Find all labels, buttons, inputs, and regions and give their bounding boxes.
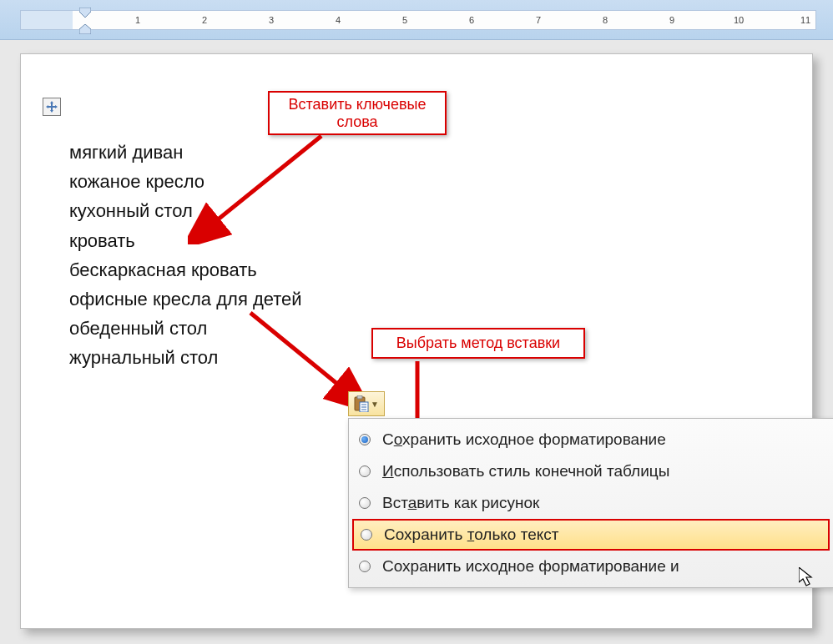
ruler-tick: 8 [603, 15, 608, 25]
first-line-indent-marker[interactable] [79, 8, 91, 19]
list-item: бескаркасная кровать [69, 255, 302, 284]
menu-item-label: Сохранить исходное форматирование и [382, 557, 679, 576]
object-move-handle[interactable] [43, 98, 61, 116]
svg-marker-1 [79, 24, 91, 34]
menu-item-label: Вставить как рисунок [382, 494, 539, 512]
ruler-tick: 3 [269, 15, 274, 25]
svg-marker-14 [799, 567, 811, 586]
list-item: кожаное кресло [69, 167, 302, 196]
ruler-tick: 10 [734, 15, 744, 25]
ruler-tick: 11 [800, 15, 810, 25]
radio-icon [359, 465, 371, 477]
menu-item-keep-text-only[interactable]: Сохранить только текст [352, 519, 830, 551]
mouse-cursor-icon [799, 567, 815, 589]
list-item: офисные кресла для детей [69, 284, 302, 314]
callout-text: Выбрать метод вставки [396, 335, 560, 351]
radio-icon [361, 529, 372, 541]
keyword-list: мягкий диван кожаное кресло кухонный сто… [69, 138, 302, 373]
ruler-tick: 1 [135, 15, 140, 25]
radio-icon [359, 497, 371, 509]
list-item: обеденный стол [69, 314, 302, 343]
radio-icon [359, 561, 371, 572]
svg-rect-9 [357, 395, 362, 399]
ruler-tick: 2 [202, 15, 207, 25]
callout-text-line: Вставить ключевые [283, 96, 432, 113]
ruler-tick: 7 [536, 15, 541, 25]
clipboard-paste-icon [354, 395, 369, 412]
callout-text-line: слова [283, 113, 432, 131]
svg-marker-0 [79, 8, 91, 18]
hanging-indent-marker[interactable] [79, 23, 91, 33]
ruler-bar: 1 2 3 4 5 6 7 8 9 10 11 [0, 0, 833, 40]
chevron-down-icon: ▼ [371, 400, 379, 409]
menu-item-paste-as-picture[interactable]: Вставить как рисунок [349, 487, 833, 519]
ruler-tick: 4 [336, 15, 341, 25]
menu-item-label: Сохранить только текст [384, 526, 559, 544]
menu-item-keep-source-formatting[interactable]: Сохранить исходное форматирование [349, 424, 833, 455]
menu-item-label: Сохранить исходное форматирование [382, 430, 666, 449]
annotation-callout: Выбрать метод вставки [371, 328, 585, 359]
list-item: кровать [69, 226, 302, 255]
menu-item-keep-source-and-link[interactable]: Сохранить исходное форматирование и [349, 551, 833, 582]
ruler-tick: 5 [402, 15, 407, 25]
menu-item-use-destination-styles[interactable]: Использовать стиль конечной таблицы [349, 455, 833, 487]
document-page[interactable]: мягкий диван кожаное кресло кухонный сто… [20, 53, 813, 629]
ruler-tick: 6 [469, 15, 474, 25]
list-item: мягкий диван [69, 138, 302, 167]
horizontal-ruler[interactable]: 1 2 3 4 5 6 7 8 9 10 11 [20, 10, 816, 30]
ruler-left-margin [21, 11, 73, 29]
paste-options-menu: Сохранить исходное форматирование Исполь… [348, 418, 833, 588]
radio-icon [359, 434, 371, 445]
menu-item-label: Использовать стиль конечной таблицы [382, 462, 669, 480]
list-item: кухонный стол [69, 196, 302, 225]
paste-options-button[interactable]: ▼ [348, 391, 385, 416]
annotation-callout: Вставить ключевые слова [268, 91, 447, 135]
list-item: журнальный стол [69, 343, 302, 372]
ruler-tick: 9 [669, 15, 674, 25]
move-icon [46, 101, 58, 113]
